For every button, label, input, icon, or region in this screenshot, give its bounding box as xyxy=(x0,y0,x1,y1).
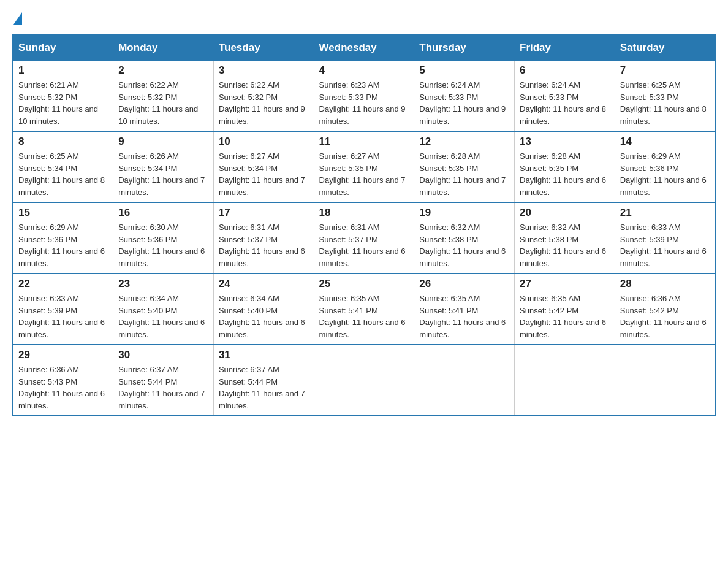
day-number: 24 xyxy=(219,278,309,290)
day-info: Sunrise: 6:31 AM Sunset: 5:37 PM Dayligh… xyxy=(219,221,309,269)
day-info: Sunrise: 6:37 AM Sunset: 5:44 PM Dayligh… xyxy=(219,364,309,412)
calendar-day-cell: 28 Sunrise: 6:36 AM Sunset: 5:42 PM Dayl… xyxy=(615,274,715,345)
calendar-header-saturday: Saturday xyxy=(615,35,715,61)
day-number: 8 xyxy=(18,136,108,148)
calendar-day-cell: 19 Sunrise: 6:32 AM Sunset: 5:38 PM Dayl… xyxy=(414,202,515,274)
calendar-day-cell xyxy=(314,345,414,416)
day-number: 12 xyxy=(419,136,509,148)
calendar-day-cell: 8 Sunrise: 6:25 AM Sunset: 5:34 PM Dayli… xyxy=(13,131,113,202)
calendar-day-cell: 20 Sunrise: 6:32 AM Sunset: 5:38 PM Dayl… xyxy=(515,202,615,274)
day-info: Sunrise: 6:28 AM Sunset: 5:35 PM Dayligh… xyxy=(520,150,610,198)
calendar-body: 1 Sunrise: 6:21 AM Sunset: 5:32 PM Dayli… xyxy=(13,61,715,416)
calendar-day-cell xyxy=(615,345,715,416)
day-number: 1 xyxy=(18,64,108,77)
calendar-day-cell: 15 Sunrise: 6:29 AM Sunset: 5:36 PM Dayl… xyxy=(13,202,113,274)
calendar-day-cell: 24 Sunrise: 6:34 AM Sunset: 5:40 PM Dayl… xyxy=(213,274,314,345)
calendar-day-cell: 2 Sunrise: 6:22 AM Sunset: 5:32 PM Dayli… xyxy=(113,61,214,132)
day-info: Sunrise: 6:32 AM Sunset: 5:38 PM Dayligh… xyxy=(520,221,610,269)
calendar-day-cell: 10 Sunrise: 6:27 AM Sunset: 5:34 PM Dayl… xyxy=(213,131,314,202)
calendar-day-cell: 16 Sunrise: 6:30 AM Sunset: 5:36 PM Dayl… xyxy=(113,202,214,274)
day-number: 21 xyxy=(620,207,710,219)
day-number: 23 xyxy=(118,278,208,290)
calendar-table: SundayMondayTuesdayWednesdayThursdayFrid… xyxy=(12,34,716,416)
calendar-header-tuesday: Tuesday xyxy=(213,35,314,61)
calendar-header-wednesday: Wednesday xyxy=(314,35,414,61)
day-number: 20 xyxy=(520,207,610,219)
day-number: 17 xyxy=(219,207,309,219)
calendar-day-cell: 13 Sunrise: 6:28 AM Sunset: 5:35 PM Dayl… xyxy=(515,131,615,202)
day-info: Sunrise: 6:21 AM Sunset: 5:32 PM Dayligh… xyxy=(18,79,108,127)
day-number: 28 xyxy=(620,278,710,290)
day-info: Sunrise: 6:29 AM Sunset: 5:36 PM Dayligh… xyxy=(620,150,710,198)
day-number: 27 xyxy=(520,278,610,290)
logo xyxy=(12,12,22,25)
logo-triangle-icon xyxy=(13,12,22,25)
calendar-day-cell: 21 Sunrise: 6:33 AM Sunset: 5:39 PM Dayl… xyxy=(615,202,715,274)
day-info: Sunrise: 6:35 AM Sunset: 5:41 PM Dayligh… xyxy=(319,293,409,340)
day-number: 10 xyxy=(219,136,309,148)
day-info: Sunrise: 6:26 AM Sunset: 5:34 PM Dayligh… xyxy=(118,150,208,198)
calendar-day-cell: 12 Sunrise: 6:28 AM Sunset: 5:35 PM Dayl… xyxy=(414,131,515,202)
day-number: 14 xyxy=(620,136,710,148)
day-number: 18 xyxy=(319,207,409,219)
calendar-day-cell: 23 Sunrise: 6:34 AM Sunset: 5:40 PM Dayl… xyxy=(113,274,214,345)
page-header xyxy=(12,12,716,25)
day-number: 16 xyxy=(118,207,208,219)
day-info: Sunrise: 6:24 AM Sunset: 5:33 PM Dayligh… xyxy=(419,79,509,127)
calendar-day-cell: 7 Sunrise: 6:25 AM Sunset: 5:33 PM Dayli… xyxy=(615,61,715,132)
day-number: 2 xyxy=(118,64,208,77)
calendar-week-row: 8 Sunrise: 6:25 AM Sunset: 5:34 PM Dayli… xyxy=(13,131,715,202)
day-number: 7 xyxy=(620,64,710,77)
day-number: 3 xyxy=(219,64,309,77)
day-number: 26 xyxy=(419,278,509,290)
day-info: Sunrise: 6:22 AM Sunset: 5:32 PM Dayligh… xyxy=(118,79,208,127)
calendar-day-cell: 27 Sunrise: 6:35 AM Sunset: 5:42 PM Dayl… xyxy=(515,274,615,345)
day-info: Sunrise: 6:30 AM Sunset: 5:36 PM Dayligh… xyxy=(118,221,208,269)
day-number: 31 xyxy=(219,349,309,361)
calendar-day-cell xyxy=(414,345,515,416)
day-number: 22 xyxy=(18,278,108,290)
calendar-day-cell: 25 Sunrise: 6:35 AM Sunset: 5:41 PM Dayl… xyxy=(314,274,414,345)
day-info: Sunrise: 6:35 AM Sunset: 5:41 PM Dayligh… xyxy=(419,293,509,340)
day-number: 4 xyxy=(319,64,409,77)
day-info: Sunrise: 6:32 AM Sunset: 5:38 PM Dayligh… xyxy=(419,221,509,269)
day-info: Sunrise: 6:27 AM Sunset: 5:35 PM Dayligh… xyxy=(319,150,409,198)
day-info: Sunrise: 6:24 AM Sunset: 5:33 PM Dayligh… xyxy=(520,79,610,127)
calendar-header-thursday: Thursday xyxy=(414,35,515,61)
day-info: Sunrise: 6:33 AM Sunset: 5:39 PM Dayligh… xyxy=(620,221,710,269)
day-number: 15 xyxy=(18,207,108,219)
calendar-day-cell: 5 Sunrise: 6:24 AM Sunset: 5:33 PM Dayli… xyxy=(414,61,515,132)
calendar-header-friday: Friday xyxy=(515,35,615,61)
day-number: 5 xyxy=(419,64,509,77)
calendar-day-cell xyxy=(515,345,615,416)
day-info: Sunrise: 6:28 AM Sunset: 5:35 PM Dayligh… xyxy=(419,150,509,198)
calendar-week-row: 1 Sunrise: 6:21 AM Sunset: 5:32 PM Dayli… xyxy=(13,61,715,132)
day-info: Sunrise: 6:37 AM Sunset: 5:44 PM Dayligh… xyxy=(118,364,208,412)
day-info: Sunrise: 6:22 AM Sunset: 5:32 PM Dayligh… xyxy=(219,79,309,127)
calendar-day-cell: 9 Sunrise: 6:26 AM Sunset: 5:34 PM Dayli… xyxy=(113,131,214,202)
day-info: Sunrise: 6:27 AM Sunset: 5:34 PM Dayligh… xyxy=(219,150,309,198)
day-number: 30 xyxy=(118,349,208,361)
calendar-day-cell: 1 Sunrise: 6:21 AM Sunset: 5:32 PM Dayli… xyxy=(13,61,113,132)
day-info: Sunrise: 6:23 AM Sunset: 5:33 PM Dayligh… xyxy=(319,79,409,127)
calendar-week-row: 15 Sunrise: 6:29 AM Sunset: 5:36 PM Dayl… xyxy=(13,202,715,274)
calendar-day-cell: 26 Sunrise: 6:35 AM Sunset: 5:41 PM Dayl… xyxy=(414,274,515,345)
calendar-week-row: 22 Sunrise: 6:33 AM Sunset: 5:39 PM Dayl… xyxy=(13,274,715,345)
calendar-day-cell: 14 Sunrise: 6:29 AM Sunset: 5:36 PM Dayl… xyxy=(615,131,715,202)
day-info: Sunrise: 6:36 AM Sunset: 5:43 PM Dayligh… xyxy=(18,364,108,412)
day-number: 6 xyxy=(520,64,610,77)
calendar-day-cell: 18 Sunrise: 6:31 AM Sunset: 5:37 PM Dayl… xyxy=(314,202,414,274)
day-info: Sunrise: 6:35 AM Sunset: 5:42 PM Dayligh… xyxy=(520,293,610,340)
day-number: 9 xyxy=(118,136,208,148)
calendar-day-cell: 11 Sunrise: 6:27 AM Sunset: 5:35 PM Dayl… xyxy=(314,131,414,202)
calendar-header-row: SundayMondayTuesdayWednesdayThursdayFrid… xyxy=(13,35,715,61)
calendar-header-sunday: Sunday xyxy=(13,35,113,61)
calendar-day-cell: 30 Sunrise: 6:37 AM Sunset: 5:44 PM Dayl… xyxy=(113,345,214,416)
day-info: Sunrise: 6:33 AM Sunset: 5:39 PM Dayligh… xyxy=(18,293,108,340)
calendar-day-cell: 31 Sunrise: 6:37 AM Sunset: 5:44 PM Dayl… xyxy=(213,345,314,416)
day-info: Sunrise: 6:31 AM Sunset: 5:37 PM Dayligh… xyxy=(319,221,409,269)
day-number: 29 xyxy=(18,349,108,361)
day-info: Sunrise: 6:25 AM Sunset: 5:33 PM Dayligh… xyxy=(620,79,710,127)
calendar-week-row: 29 Sunrise: 6:36 AM Sunset: 5:43 PM Dayl… xyxy=(13,345,715,416)
day-info: Sunrise: 6:29 AM Sunset: 5:36 PM Dayligh… xyxy=(18,221,108,269)
